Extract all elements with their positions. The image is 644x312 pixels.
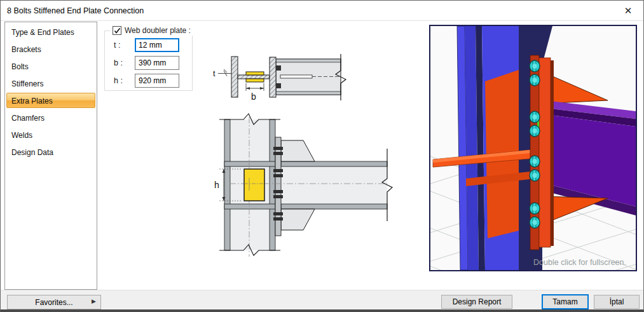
dim-b-label: b	[251, 92, 256, 102]
title-bar: 8 Bolts Stiffened End Plate Connection ✕	[1, 1, 643, 21]
cancel-button[interactable]: İptal	[594, 295, 640, 309]
b-input[interactable]	[135, 56, 179, 70]
favorites-button[interactable]: Favorites... ▶	[7, 295, 101, 309]
web-doubler-plate-group: Web doubler plate : t : b : h :	[104, 31, 193, 91]
h-label: h :	[114, 76, 123, 85]
web-doubler-plate-checkbox[interactable]	[113, 26, 121, 35]
t-input[interactable]	[135, 38, 179, 52]
sidebar-item-bolts[interactable]: Bolts	[6, 58, 95, 74]
favorites-label: Favorites...	[35, 298, 72, 307]
3d-render: Double click for fullscreen.	[430, 26, 636, 270]
design-report-label: Design Report	[453, 297, 502, 306]
ok-button[interactable]: Tamam	[542, 294, 589, 309]
ok-label: Tamam	[552, 297, 577, 306]
elevation-view-diagram: h	[210, 112, 395, 264]
category-sidebar: Type & End Plates Brackets Bolts Stiffen…	[4, 22, 97, 290]
h-input[interactable]	[135, 74, 179, 88]
3d-preview[interactable]: Double click for fullscreen.	[429, 25, 637, 271]
sidebar-item-chamfers[interactable]: Chamfers	[6, 110, 95, 125]
checkmark-icon	[114, 27, 121, 34]
b-label: b :	[114, 58, 123, 67]
cancel-label: İptal	[610, 297, 624, 306]
sidebar-item-brackets[interactable]: Brackets	[6, 41, 95, 57]
web-doubler-plate-label: Web doubler plate :	[125, 26, 191, 35]
window-title: 8 Bolts Stiffened End Plate Connection	[7, 6, 144, 15]
sidebar-item-design-data[interactable]: Design Data	[6, 144, 95, 159]
sidebar-item-welds[interactable]: Welds	[6, 127, 95, 142]
t-label: t :	[114, 41, 120, 50]
sidebar-item-type-end-plates[interactable]: Type & End Plates	[6, 24, 95, 39]
sidebar-item-stiffeners[interactable]: Stiffeners	[6, 76, 95, 91]
design-report-button[interactable]: Design Report	[441, 295, 512, 309]
favorites-arrow-icon: ▶	[92, 298, 96, 304]
plan-view-diagram: t b	[210, 50, 347, 111]
footer-bar: Favorites... ▶ Design Report Tamam İptal	[1, 290, 643, 311]
dim-t-label: t	[213, 69, 216, 78]
connection-dialog: 8 Bolts Stiffened End Plate Connection ✕…	[0, 0, 644, 312]
fullscreen-hint: Double click for fullscreen.	[533, 258, 626, 267]
sidebar-item-extra-plates[interactable]: Extra Plates	[6, 93, 95, 108]
dim-h-label: h	[214, 180, 219, 190]
close-icon[interactable]: ✕	[619, 3, 637, 18]
